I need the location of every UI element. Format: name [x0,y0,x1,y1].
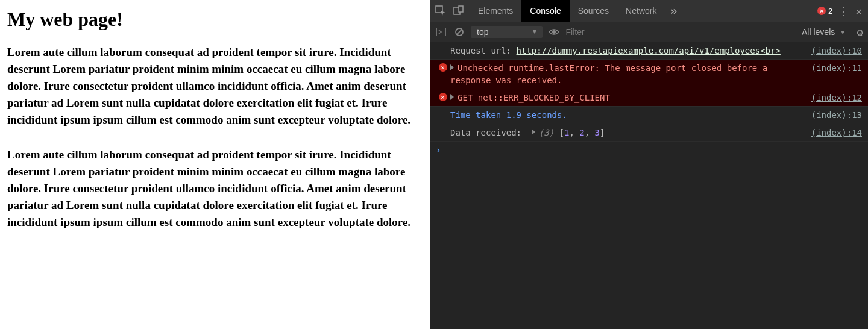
body-paragraph: Lorem aute cillum laborum consequat ad p… [7,44,423,128]
toggle-device-icon[interactable] [451,4,466,18]
execution-context-select[interactable]: top [471,26,542,38]
row-gutter [436,109,450,110]
close-devtools-icon[interactable]: ✕ [855,5,862,17]
log-message: Time taken 1.9 seconds. [450,109,804,121]
source-link[interactable]: (index):10 [811,45,862,57]
toggle-console-sidebar-icon[interactable] [435,25,448,39]
log-label: Data received: [450,128,532,137]
log-message: Data received: (3) [1, 2, 3] [450,127,804,139]
error-dot-icon [439,63,447,72]
tab-network[interactable]: Network [617,0,665,22]
console-row-error[interactable]: Unchecked runtime.lastError: The message… [430,60,868,89]
log-label: Request url: [450,46,517,55]
tab-console[interactable]: Console [521,0,569,22]
more-tabs-icon[interactable]: » [670,0,677,22]
array-length: (3) [539,128,554,137]
request-url-link[interactable]: http://dummy.restapiexample.com/api/v1/e… [517,46,781,55]
error-count: 2 [828,7,832,16]
clear-console-icon[interactable] [453,25,466,39]
comma: , [569,128,579,137]
source-link[interactable]: (index):12 [811,92,862,104]
console-row-log[interactable]: Data received: (3) [1, 2, 3] (index):14 [430,124,868,142]
error-text: Unchecked runtime.lastError: The message… [450,63,773,85]
comma: , [585,128,595,137]
kebab-menu-icon[interactable]: ⋮ [838,5,849,17]
source-link[interactable]: (index):13 [811,109,862,121]
rendered-webpage: My web page! Lorem aute cillum laborum c… [0,0,430,329]
row-gutter [436,45,450,46]
error-dot-icon: ✕ [817,7,826,15]
body-paragraph: Lorem aute cillum laborum consequat ad p… [7,146,423,231]
console-prompt[interactable] [430,142,868,158]
expand-triangle-icon[interactable] [450,94,454,100]
log-message: Request url: http://dummy.restapiexample… [450,45,804,57]
svg-line-5 [457,30,462,34]
error-count-badge[interactable]: ✕ 2 [817,7,832,16]
tab-sources[interactable]: Sources [570,0,617,22]
error-text: GET net::ERR_BLOCKED_BY_CLIENT [458,93,610,102]
live-expression-icon[interactable] [547,25,561,39]
expand-triangle-icon[interactable] [450,64,454,70]
devtools-tabstrip: Elements Console Sources Network » ✕ 2 ⋮… [430,0,868,22]
console-row-log[interactable]: Request url: http://dummy.restapiexample… [430,42,868,60]
inspect-element-icon[interactable] [433,4,448,18]
row-gutter [436,62,450,72]
console-toolbar: top All levels ⚙ [430,22,868,42]
svg-point-6 [552,30,556,34]
console-output: Request url: http://dummy.restapiexample… [430,42,868,329]
expand-triangle-icon[interactable] [532,129,535,135]
log-levels-label: All levels [802,27,835,37]
console-row-log[interactable]: Time taken 1.9 seconds. (index):13 [430,107,868,124]
error-message: GET net::ERR_BLOCKED_BY_CLIENT [450,92,804,104]
svg-rect-2 [459,6,463,12]
devtools-panel: Elements Console Sources Network » ✕ 2 ⋮… [430,0,868,329]
error-dot-icon [439,93,447,101]
console-settings-icon[interactable]: ⚙ [857,26,863,39]
console-filter-input[interactable] [565,27,638,37]
row-gutter [436,92,450,101]
page-title: My web page! [7,8,423,31]
bracket: [ [554,128,564,137]
tab-elements[interactable]: Elements [470,0,521,22]
execution-context-label: top [477,27,488,37]
array-value: 2 [579,128,584,137]
row-gutter [436,127,450,128]
log-levels-select[interactable]: All levels [802,27,846,37]
console-row-error[interactable]: GET net::ERR_BLOCKED_BY_CLIENT (index):1… [430,89,868,107]
array-value: 3 [595,128,600,137]
source-link[interactable]: (index):14 [811,127,862,139]
source-link[interactable]: (index):11 [811,62,862,74]
bracket: ] [600,128,605,137]
error-message: Unchecked runtime.lastError: The message… [450,62,804,86]
